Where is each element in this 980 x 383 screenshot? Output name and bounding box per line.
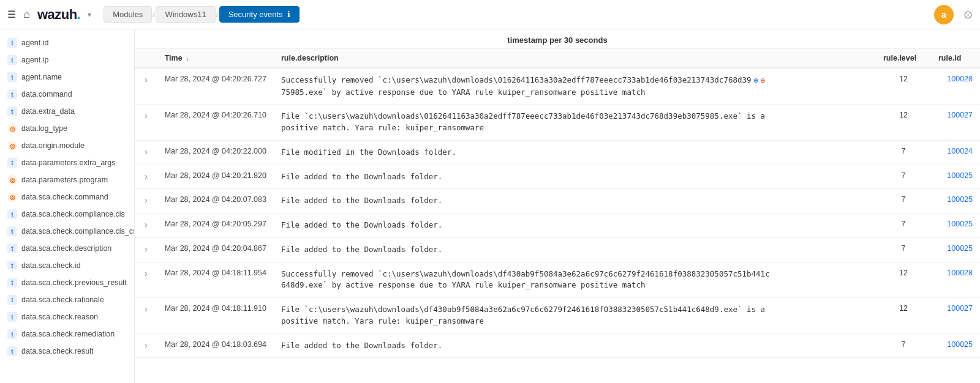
sidebar-item-agent-ip[interactable]: tagent.ip (0, 51, 134, 69)
sidebar-item-data-sca-check-result[interactable]: tdata.sca.check.result (0, 343, 134, 360)
rule-id-cell-8[interactable]: 100027 (931, 298, 980, 334)
sidebar-type-badge-13: t (7, 261, 17, 270)
description-cell-7: Successfully removed `c:\users\wazuh\dow… (274, 262, 876, 298)
sidebar-type-badge-10: t (7, 209, 17, 219)
sidebar-label-18: data.sca.check.result (21, 347, 93, 355)
sidebar-item-data-command[interactable]: tdata.command (0, 86, 134, 103)
expand-button-0[interactable]: › (142, 75, 150, 84)
sidebar-label-4: data.extra_data (21, 107, 75, 116)
table-row: ›Mar 28, 2024 @ 04:20:05.297File added t… (135, 214, 980, 238)
level-cell-6: 7 (876, 237, 931, 262)
breadcrumb-windows11[interactable]: Windows11 (156, 6, 215, 23)
sidebar-label-11: data.sca.check.compliance.cis_csc (21, 227, 135, 236)
expand-cell-9: › (135, 333, 157, 358)
description-cell-8: File `c:\users\wazuh\downloads\df430ab9f… (274, 298, 876, 334)
main-content: timestamp per 30 seconds Time ↓ rule.des… (135, 29, 980, 383)
expand-button-2[interactable]: › (142, 147, 150, 157)
sidebar-item-data-parameters-program[interactable]: ◎data.parameters.program (0, 171, 134, 188)
avatar[interactable]: a (934, 5, 954, 24)
rule-id-cell-7[interactable]: 100028 (931, 262, 980, 298)
level-cell-5: 7 (876, 214, 931, 238)
sidebar-label-7: data.parameters.extra_args (21, 158, 116, 167)
main-layout: tagent.idtagent.iptagent.nametdata.comma… (0, 29, 980, 383)
expand-cell-1: › (135, 105, 157, 141)
time-cell-5: Mar 28, 2024 @ 04:20:05.297 (157, 214, 274, 238)
expand-cell-5: › (135, 214, 157, 238)
table-row: ›Mar 28, 2024 @ 04:20:21.820File added t… (135, 165, 980, 189)
rule-id-cell-2[interactable]: 100024 (931, 140, 980, 165)
sidebar-item-data-extra_data[interactable]: tdata.extra_data (0, 103, 134, 120)
breadcrumb-modules[interactable]: Modules (104, 6, 152, 23)
sidebar-type-badge-6: ◎ (7, 141, 17, 151)
sidebar-type-badge-9: ◎ (7, 192, 17, 202)
home-icon[interactable]: ⌂ (23, 8, 30, 21)
desc-icons-0: ⊕⊖ (754, 75, 766, 87)
time-cell-1: Mar 28, 2024 @ 04:20:26.710 (157, 105, 274, 141)
sidebar-item-data-sca-check-previous_result[interactable]: tdata.sca.check.previous_result (0, 274, 134, 291)
expand-button-8[interactable]: › (142, 304, 150, 314)
add-filter-icon[interactable]: ⊕ (754, 75, 759, 87)
sidebar-type-badge-14: t (7, 278, 17, 288)
expand-cell-0: › (135, 68, 157, 105)
sidebar-item-data-sca-check-reason[interactable]: tdata.sca.check.reason (0, 308, 134, 325)
sidebar-item-data-sca-check-id[interactable]: tdata.sca.check.id (0, 257, 134, 274)
sidebar-item-agent-name[interactable]: tagent.name (0, 69, 134, 86)
rule-id-cell-4[interactable]: 100025 (931, 189, 980, 214)
events-table: Time ↓ rule.description rule.level rule.… (135, 49, 980, 358)
expand-button-6[interactable]: › (142, 244, 150, 254)
sidebar-label-8: data.parameters.program (21, 176, 108, 184)
sidebar-item-data-sca-check-description[interactable]: tdata.sca.check.description (0, 240, 134, 257)
sidebar-item-data-sca-check-compliance-cis_csc[interactable]: tdata.sca.check.compliance.cis_csc (0, 223, 134, 240)
app-header: ☰ ⌂ wazuh. ▾ Modules / Windows11 / Secur… (0, 0, 980, 29)
sidebar-item-data-log_type[interactable]: ◎data.log_type (0, 120, 134, 137)
sidebar-label-1: agent.ip (21, 56, 48, 64)
sidebar-label-2: agent.name (21, 73, 62, 81)
sidebar-item-data-sca-check-remediation[interactable]: tdata.sca.check.remediation (0, 325, 134, 343)
time-cell-7: Mar 28, 2024 @ 04:18:11.954 (157, 262, 274, 298)
level-cell-1: 12 (876, 105, 931, 141)
sidebar-item-data-sca-check-compliance-cis[interactable]: tdata.sca.check.compliance.cis (0, 206, 134, 223)
sidebar-label-3: data.command (21, 90, 72, 99)
col-header-description: rule.description (274, 49, 876, 68)
sidebar-type-badge-18: t (7, 346, 17, 356)
sidebar-label-14: data.sca.check.previous_result (21, 278, 127, 287)
expand-button-9[interactable]: › (142, 340, 150, 350)
expand-button-7[interactable]: › (142, 269, 150, 278)
description-cell-1: File `c:\users\wazuh\downloads\016264116… (274, 105, 876, 141)
sidebar-type-badge-1: t (7, 55, 17, 65)
sidebar-label-13: data.sca.check.id (21, 261, 81, 270)
sidebar-label-6: data.origin.module (21, 141, 85, 150)
expand-button-3[interactable]: › (142, 171, 150, 181)
rule-id-cell-3[interactable]: 100025 (931, 165, 980, 189)
logo-chevron-icon[interactable]: ▾ (88, 10, 91, 19)
help-icon[interactable]: ⊙ (963, 8, 973, 21)
menu-icon[interactable]: ☰ (7, 9, 16, 20)
sidebar-item-data-origin-module[interactable]: ◎data.origin.module (0, 137, 134, 154)
sidebar-item-agent-id[interactable]: tagent.id (0, 34, 134, 51)
remove-filter-icon[interactable]: ⊖ (760, 75, 765, 87)
expand-button-5[interactable]: › (142, 220, 150, 229)
rule-id-cell-6[interactable]: 100025 (931, 237, 980, 262)
col-header-time[interactable]: Time ↓ (157, 49, 274, 68)
description-cell-3: File added to the Downloads folder. (274, 165, 876, 189)
rule-id-cell-0[interactable]: 100028 (931, 68, 980, 105)
expand-button-1[interactable]: › (142, 111, 150, 121)
table-row: ›Mar 28, 2024 @ 04:18:11.954Successfully… (135, 262, 980, 298)
time-cell-2: Mar 28, 2024 @ 04:20:22.000 (157, 140, 274, 165)
level-cell-4: 7 (876, 189, 931, 214)
col-header-expand (135, 49, 157, 68)
rule-id-cell-5[interactable]: 100025 (931, 214, 980, 238)
time-cell-3: Mar 28, 2024 @ 04:20:21.820 (157, 165, 274, 189)
sidebar-type-badge-0: t (7, 38, 17, 48)
time-cell-9: Mar 28, 2024 @ 04:18:03.694 (157, 333, 274, 358)
description-cell-2: File modified in the Downloads folder. (274, 140, 876, 165)
sidebar-item-data-sca-check-rationale[interactable]: tdata.sca.check.rationale (0, 291, 134, 308)
sidebar-item-data-parameters-extra_args[interactable]: tdata.parameters.extra_args (0, 154, 134, 171)
breadcrumb-security-events[interactable]: Security events ℹ (219, 6, 300, 23)
rule-id-cell-9[interactable]: 100025 (931, 333, 980, 358)
rule-id-cell-1[interactable]: 100027 (931, 105, 980, 141)
col-header-id: rule.id (931, 49, 980, 68)
expand-button-4[interactable]: › (142, 195, 150, 205)
sidebar-type-badge-17: t (7, 329, 17, 339)
sidebar-item-data-sca-check-command[interactable]: ◎data.sca.check.command (0, 188, 134, 206)
